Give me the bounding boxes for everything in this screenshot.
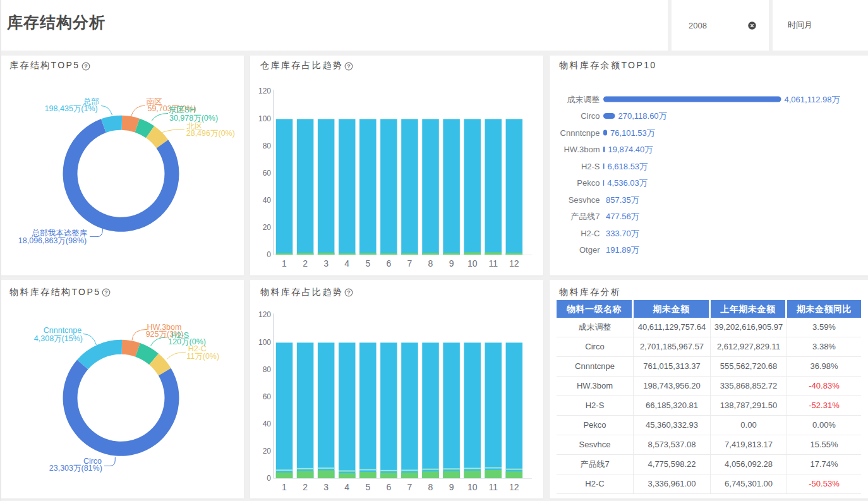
- svg-text:80: 80: [263, 142, 272, 150]
- svg-text:80: 80: [263, 365, 272, 374]
- svg-text:198,435万(1%): 198,435万(1%): [45, 104, 98, 113]
- svg-text:1: 1: [282, 258, 287, 269]
- svg-text:270,118.60万: 270,118.60万: [618, 111, 667, 121]
- svg-text:7: 7: [407, 258, 413, 269]
- svg-text:120: 120: [258, 87, 271, 95]
- svg-text:1: 1: [282, 482, 287, 492]
- svg-text:10: 10: [467, 482, 478, 492]
- svg-text:11: 11: [488, 482, 498, 492]
- svg-text:120: 120: [258, 310, 271, 319]
- svg-text:477.56万: 477.56万: [606, 212, 639, 221]
- svg-text:30,978万(0%): 30,978万(0%): [169, 114, 218, 123]
- svg-text:333.70万: 333.70万: [606, 229, 639, 238]
- svg-text:0: 0: [267, 250, 271, 259]
- svg-text:11: 11: [488, 258, 498, 269]
- svg-text:191.89万: 191.89万: [606, 245, 639, 255]
- svg-text:100: 100: [258, 114, 271, 123]
- svg-text:20: 20: [263, 223, 272, 232]
- svg-text:HW.3bom: HW.3bom: [564, 145, 600, 154]
- svg-text:100: 100: [258, 338, 271, 347]
- svg-text:18,096,863万(98%): 18,096,863万(98%): [18, 236, 87, 245]
- svg-text:8: 8: [428, 482, 433, 492]
- svg-text:60: 60: [263, 169, 272, 178]
- svg-text:0: 0: [267, 474, 271, 483]
- svg-text:6: 6: [387, 258, 392, 269]
- svg-text:3: 3: [323, 482, 329, 492]
- svg-text:23,303万(81%): 23,303万(81%): [49, 464, 102, 473]
- svg-text:Pekco: Pekco: [577, 178, 600, 188]
- svg-text:4,536.03万: 4,536.03万: [607, 178, 648, 188]
- svg-text:7: 7: [407, 482, 413, 492]
- svg-text:Otger: Otger: [579, 245, 600, 255]
- svg-text:9: 9: [449, 258, 454, 269]
- svg-text:5: 5: [365, 258, 370, 269]
- svg-text:12: 12: [509, 258, 519, 269]
- svg-text:11万(0%): 11万(0%): [186, 352, 219, 361]
- svg-text:10: 10: [467, 258, 478, 269]
- svg-text:28,496万(0%): 28,496万(0%): [186, 129, 235, 138]
- svg-text:6,618.53万: 6,618.53万: [608, 162, 648, 171]
- svg-text:76,101.53万: 76,101.53万: [610, 128, 655, 138]
- svg-text:成末调整: 成末调整: [567, 95, 600, 104]
- svg-text:4,061,112.98万: 4,061,112.98万: [785, 95, 840, 104]
- svg-text:40: 40: [263, 196, 272, 205]
- svg-text:产品线7: 产品线7: [570, 212, 600, 221]
- svg-text:Sesvhce: Sesvhce: [569, 195, 600, 205]
- svg-text:9: 9: [449, 482, 454, 492]
- svg-text:60: 60: [263, 392, 272, 401]
- svg-text:Cnnntcnpe: Cnnntcnpe: [560, 128, 600, 138]
- svg-text:857.35万: 857.35万: [606, 195, 639, 205]
- svg-text:4: 4: [344, 482, 349, 492]
- svg-text:东区SH: 东区SH: [169, 106, 195, 114]
- svg-text:40: 40: [263, 420, 272, 428]
- svg-text:H2-C: H2-C: [581, 229, 600, 238]
- svg-text:2: 2: [303, 482, 308, 492]
- svg-text:19,874.40万: 19,874.40万: [608, 145, 653, 154]
- svg-text:5: 5: [365, 482, 370, 492]
- svg-text:Circo: Circo: [581, 111, 600, 121]
- svg-text:H2-S: H2-S: [581, 162, 600, 171]
- svg-text:4,308万(15%): 4,308万(15%): [34, 334, 83, 343]
- svg-text:4: 4: [344, 258, 349, 269]
- svg-text:8: 8: [428, 258, 433, 269]
- svg-text:12: 12: [509, 482, 519, 492]
- svg-text:20: 20: [263, 447, 272, 456]
- svg-text:3: 3: [323, 258, 329, 269]
- svg-text:2: 2: [303, 258, 308, 269]
- svg-text:6: 6: [387, 482, 392, 492]
